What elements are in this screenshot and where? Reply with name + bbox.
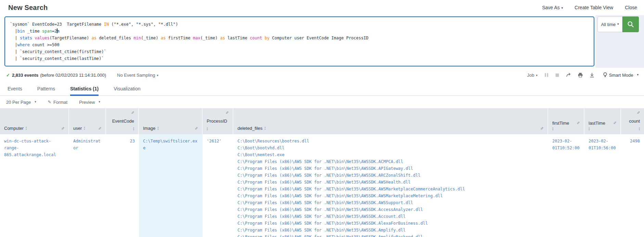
chevron-down-icon: ▾ bbox=[637, 73, 639, 76]
sort-arrows-icon[interactable]: ▴▾ bbox=[133, 127, 134, 130]
tab-visualization[interactable]: Visualization bbox=[114, 86, 140, 96]
chevron-down-icon: ▾ bbox=[562, 6, 563, 10]
column-header-user[interactable]: user▴▾ ✎ bbox=[69, 108, 106, 134]
splunk-search-page: New Search Save As▾ Create Table View Cl… bbox=[0, 0, 644, 237]
pencil-icon[interactable]: ✎ bbox=[613, 121, 616, 125]
cell-deleted-files: C:\Boot\Resources\bootres.dllC:\Boot\boo… bbox=[233, 134, 548, 237]
search-input[interactable]: `sysmon` EventCode=23 TargetFilename IN … bbox=[4, 16, 594, 66]
checkmark-icon: ✓ bbox=[6, 73, 10, 78]
deleted-file-value[interactable]: C:\Program Files (x86)\AWS SDK for .NET\… bbox=[237, 172, 544, 179]
event-sampling-menu[interactable]: No Event Sampling▾ bbox=[117, 73, 158, 78]
deleted-file-value[interactable]: C:\Program Files (x86)\AWS SDK for .NET\… bbox=[237, 158, 544, 165]
sort-arrows-icon[interactable]: ▴▾ bbox=[265, 126, 266, 130]
column-header-firsttime[interactable]: firstTime✎ ▴▾ bbox=[548, 108, 584, 134]
deleted-file-value[interactable]: C:\Program Files (x86)\AWS SDK for .NET\… bbox=[237, 234, 544, 237]
create-table-view-button[interactable]: Create Table View bbox=[575, 5, 613, 10]
deleted-file-value[interactable]: C:\Program Files (x86)\AWS SDK for .NET\… bbox=[237, 186, 544, 192]
share-icon[interactable] bbox=[566, 73, 571, 77]
pencil-icon[interactable]: ✎ bbox=[226, 111, 229, 115]
sort-arrows-icon[interactable]: ▴▾ bbox=[552, 127, 580, 130]
format-button[interactable]: ✎Format bbox=[48, 100, 67, 105]
chevron-down-icon: ▾ bbox=[35, 100, 36, 103]
sort-arrows-icon[interactable]: ▴▾ bbox=[589, 127, 616, 130]
preview-menu[interactable]: Preview▾ bbox=[79, 100, 100, 105]
column-header-eventcode[interactable]: ✎ EventCode ▴▾ bbox=[106, 108, 139, 134]
pencil-icon[interactable]: ✎ bbox=[637, 111, 640, 115]
pencil-icon[interactable]: ✎ bbox=[131, 111, 134, 115]
per-page-menu[interactable]: 20 Per Page▾ bbox=[6, 100, 36, 105]
tab-events[interactable]: Events bbox=[8, 86, 22, 96]
deleted-file-value[interactable]: C:\Boot\memtest.exe bbox=[237, 151, 544, 158]
search-mode-menu[interactable]: Smart Mode ▾ bbox=[603, 72, 639, 78]
table-row: win-dc-ctus-attack-range-865.attackrange… bbox=[0, 134, 644, 237]
top-actions: Save As▾ Create Table View Close bbox=[542, 5, 637, 10]
chevron-down-icon: ▾ bbox=[157, 74, 158, 77]
job-actions: Job▾ Smart Mode ▾ bbox=[527, 72, 639, 78]
table-header-row: Computer▴▾ ✎ user▴▾ ✎ ✎ EventCode ▴▾ Ima… bbox=[0, 108, 644, 134]
deleted-file-value[interactable]: C:\Boot\Resources\bootres.dll bbox=[237, 138, 544, 145]
time-range-picker[interactable]: All time▾ bbox=[597, 16, 622, 32]
close-button[interactable]: Close bbox=[625, 5, 637, 10]
pencil-icon[interactable]: ✎ bbox=[98, 126, 101, 131]
deleted-file-value[interactable]: C:\Program Files (x86)\AWS SDK for .NET\… bbox=[237, 206, 544, 213]
download-icon[interactable] bbox=[590, 73, 594, 77]
pencil-icon[interactable]: ✎ bbox=[61, 126, 64, 131]
chevron-down-icon: ▾ bbox=[617, 22, 619, 26]
job-status-bar: ✓ 2,833 events (before 02/02/2023 11:14:… bbox=[0, 68, 644, 82]
job-menu[interactable]: Job▾ bbox=[527, 73, 538, 78]
deleted-file-value[interactable]: C:\Program Files (x86)\AWS SDK for .NET\… bbox=[237, 220, 544, 227]
pencil-icon[interactable]: ✎ bbox=[195, 126, 198, 131]
top-bar: New Search Save As▾ Create Table View Cl… bbox=[0, 0, 644, 15]
pause-icon[interactable] bbox=[544, 73, 549, 77]
sort-arrows-icon[interactable]: ▴▾ bbox=[26, 126, 27, 130]
lightbulb-icon bbox=[603, 72, 607, 78]
column-header-processid[interactable]: ✎ ProcessID ▴▾ bbox=[203, 108, 233, 134]
deleted-file-value[interactable]: C:\Program Files (x86)\AWS SDK for .NET\… bbox=[237, 227, 544, 234]
statistics-table: Computer▴▾ ✎ user▴▾ ✎ ✎ EventCode ▴▾ Ima… bbox=[0, 108, 644, 237]
column-header-deleted-files[interactable]: deleted_files▴▾ ✎ bbox=[233, 108, 548, 134]
deleted-file-value[interactable]: C:\Program Files (x86)\AWS SDK for .NET\… bbox=[237, 165, 544, 172]
sort-arrows-icon[interactable]: ▴▾ bbox=[157, 126, 158, 130]
cell-eventcode: 23 bbox=[106, 134, 139, 237]
tab-statistics[interactable]: Statistics (1) bbox=[70, 86, 99, 96]
column-header-computer[interactable]: Computer▴▾ ✎ bbox=[0, 108, 69, 134]
search-button[interactable] bbox=[622, 16, 639, 32]
result-tabs: Events Patterns Statistics (1) Visualiza… bbox=[0, 82, 644, 96]
event-count: 2,833 events bbox=[12, 73, 38, 78]
deleted-file-value[interactable]: C:\Program Files (x86)\AWS SDK for .NET\… bbox=[237, 213, 544, 220]
print-icon[interactable] bbox=[578, 73, 583, 77]
search-query: `sysmon` EventCode=23 TargetFilename IN … bbox=[10, 21, 589, 62]
column-header-count[interactable]: ✎ count ▴▾ bbox=[621, 108, 644, 134]
cell-lasttime: 2023-02-01T10:56:00 bbox=[584, 134, 621, 237]
column-header-image[interactable]: Image▴▾ ✎ bbox=[139, 108, 203, 134]
pencil-icon[interactable]: ✎ bbox=[577, 121, 580, 125]
pencil-icon: ✎ bbox=[48, 100, 51, 104]
deleted-file-value[interactable]: C:\Program Files (x86)\AWS SDK for .NET\… bbox=[237, 179, 544, 186]
pencil-icon[interactable]: ✎ bbox=[540, 126, 543, 131]
column-header-lasttime[interactable]: lastTime✎ ▴▾ bbox=[584, 108, 621, 134]
magnifier-icon bbox=[627, 21, 634, 28]
stop-icon[interactable] bbox=[555, 73, 559, 77]
deleted-files-list: C:\Boot\Resources\bootres.dllC:\Boot\boo… bbox=[237, 138, 544, 237]
sort-arrows-icon[interactable]: ▴▾ bbox=[207, 127, 208, 130]
sort-arrows-icon[interactable]: ▴▾ bbox=[639, 127, 640, 130]
cell-count: 2498 bbox=[621, 134, 644, 237]
cell-computer: win-dc-ctus-attack-range-865.attackrange… bbox=[0, 134, 69, 237]
deleted-file-value[interactable]: C:\Boot\bootvhd.dll bbox=[237, 145, 544, 151]
chevron-down-icon: ▾ bbox=[99, 100, 100, 103]
deleted-file-value[interactable]: C:\Program Files (x86)\AWS SDK for .NET\… bbox=[237, 192, 544, 199]
tab-patterns[interactable]: Patterns bbox=[37, 86, 55, 96]
cell-image: C:\Temp\swiftslicer.exe bbox=[139, 134, 203, 237]
cell-processid: '2612' bbox=[203, 134, 233, 237]
sort-arrows-icon[interactable]: ▴▾ bbox=[84, 126, 85, 130]
chevron-down-icon: ▾ bbox=[536, 74, 538, 77]
event-count-detail: (before 02/02/2023 11:14:31.000) bbox=[40, 73, 106, 78]
table-controls: 20 Per Page▾ ✎Format Preview▾ bbox=[0, 96, 644, 108]
save-as-button[interactable]: Save As▾ bbox=[542, 5, 563, 10]
deleted-file-value[interactable]: C:\Program Files (x86)\AWS SDK for .NET\… bbox=[237, 199, 544, 206]
cell-user: Administrator bbox=[69, 134, 106, 237]
search-bar-row: `sysmon` EventCode=23 TargetFilename IN … bbox=[0, 15, 644, 68]
cell-firsttime: 2023-02-01T10:52:00 bbox=[548, 134, 584, 237]
page-title: New Search bbox=[8, 4, 48, 12]
